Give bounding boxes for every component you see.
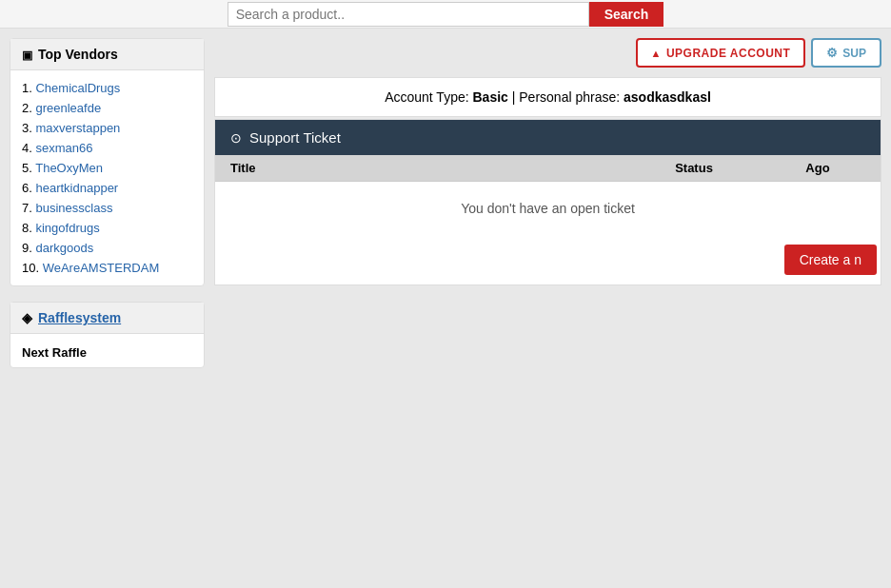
list-item: 3. maxverstappen: [22, 118, 192, 138]
personal-phrase: asodkasdkasl: [624, 89, 711, 105]
main-container: Top Vendors 1. ChemicalDrugs 2. greenlea…: [0, 29, 891, 588]
raffle-card: Rafflesystem Next Raffle: [10, 302, 205, 368]
vendor-link-8[interactable]: kingofdrugs: [35, 221, 99, 235]
list-item: 5. TheOxyMen: [22, 158, 192, 178]
col-title: Title: [230, 161, 618, 175]
list-item: 7. businessclass: [22, 198, 192, 218]
ticket-empty-message: You don't have an open ticket: [215, 182, 881, 235]
sidebar: Top Vendors 1. ChemicalDrugs 2. greenlea…: [10, 38, 205, 580]
search-input[interactable]: [228, 2, 589, 27]
create-ticket-button[interactable]: Create a n: [784, 245, 877, 275]
support-icon: [826, 46, 838, 60]
upgrade-icon: [651, 47, 662, 60]
top-search-bar: Search: [0, 0, 891, 29]
col-ago: Ago: [770, 161, 865, 175]
vendor-link-2[interactable]: greenleafde: [35, 101, 101, 115]
header-buttons: Upgrade Account SUP: [214, 38, 881, 68]
raffle-header: Rafflesystem: [10, 303, 204, 334]
raffle-icon: [22, 310, 32, 325]
list-item: 9. darkgoods: [22, 238, 192, 258]
col-status: Status: [618, 161, 770, 175]
raffle-title[interactable]: Rafflesystem: [38, 310, 121, 325]
support-button[interactable]: SUP: [811, 38, 881, 68]
list-item: 6. heartkidnapper: [22, 178, 192, 198]
account-type-value: Basic: [473, 89, 508, 105]
list-item: 2. greenleafde: [22, 98, 192, 118]
list-item: 10. WeAreAMSTERDAM: [22, 258, 192, 278]
next-raffle-label: Next Raffle: [22, 345, 192, 360]
upgrade-account-button[interactable]: Upgrade Account: [636, 38, 806, 68]
ticket-icon: [230, 129, 242, 146]
top-vendors-header: Top Vendors: [10, 39, 204, 70]
vendor-link-3[interactable]: maxverstappen: [35, 121, 120, 135]
raffle-section: Next Raffle: [10, 334, 204, 367]
vendor-link-4[interactable]: sexman66: [35, 141, 92, 155]
support-ticket-title: Support Ticket: [249, 129, 341, 146]
list-item: 1. ChemicalDrugs: [22, 78, 192, 98]
content-area: Upgrade Account SUP Account Type: Basic …: [214, 38, 881, 580]
search-button[interactable]: Search: [589, 2, 664, 27]
ticket-table-header: Title Status Ago: [215, 155, 881, 182]
vendor-link-6[interactable]: heartkidnapper: [35, 181, 118, 195]
vendors-icon: [22, 47, 32, 62]
support-ticket-section: Support Ticket Title Status Ago You don'…: [214, 119, 881, 285]
list-item: 8. kingofdrugs: [22, 218, 192, 238]
account-separator: | Personal phrase:: [512, 89, 624, 105]
support-label: SUP: [842, 47, 866, 60]
list-item: 4. sexman66: [22, 138, 192, 158]
top-vendors-card: Top Vendors 1. ChemicalDrugs 2. greenlea…: [10, 38, 205, 286]
top-vendors-title: Top Vendors: [38, 47, 118, 62]
vendor-link-7[interactable]: businessclass: [35, 201, 112, 215]
vendor-link-5[interactable]: TheOxyMen: [35, 161, 103, 175]
upgrade-label: Upgrade Account: [666, 47, 790, 60]
vendor-link-10[interactable]: WeAreAMSTERDAM: [43, 261, 160, 275]
create-ticket-bar: Create a n: [215, 235, 881, 284]
vendor-link-1[interactable]: ChemicalDrugs: [35, 81, 120, 95]
account-type-prefix: Account Type:: [385, 89, 468, 105]
support-ticket-header: Support Ticket: [215, 120, 881, 155]
vendor-link-9[interactable]: darkgoods: [35, 241, 93, 255]
vendor-list: 1. ChemicalDrugs 2. greenleafde 3. maxve…: [10, 70, 204, 285]
account-info: Account Type: Basic | Personal phrase: a…: [214, 77, 881, 117]
